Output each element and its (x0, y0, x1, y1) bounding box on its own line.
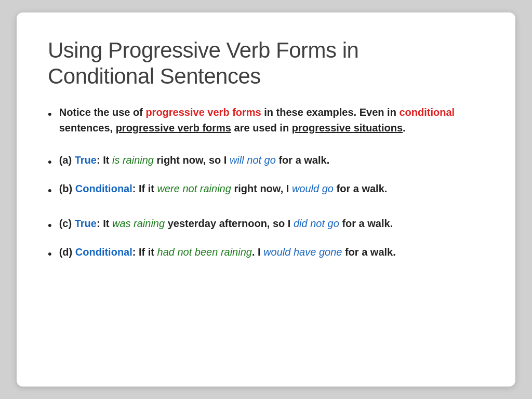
bullet2-text2: right now, so I (154, 154, 230, 166)
bullet3-label: (b) (59, 183, 75, 194)
bullet1-end: . (403, 122, 406, 134)
bullet5-label: (d) (59, 246, 75, 258)
title-line2: Conditional Sentences (48, 64, 261, 88)
content-area: • Notice the use of progressive verb for… (48, 104, 484, 268)
bullet-text-5: (d) Conditional: If it had not been rain… (59, 244, 396, 260)
bullet5-text1: : If it (132, 246, 157, 258)
bullet2-italic1: is raining (112, 154, 154, 166)
bullet-item-4: • (c) True: It was raining yesterday aft… (48, 216, 484, 234)
bullet2-text1: : It (97, 154, 112, 166)
bullet3-text2: right now, I (231, 183, 292, 194)
bullet4-italic1: was raining (112, 218, 165, 229)
bullet1-underline1: progressive verb forms (116, 122, 231, 134)
bullet3-italic1: were not raining (157, 183, 231, 194)
title-line1: Using Progressive Verb Forms in (48, 38, 358, 62)
bullet-text-1: Notice the use of progressive verb forms… (59, 104, 484, 136)
bullet-item-3: • (b) Conditional: If it were not rainin… (48, 181, 484, 199)
bullet1-prefix: Notice the use of (59, 107, 146, 118)
bullet-dot-3: • (48, 182, 52, 199)
bullet5-italic2: would have gone (263, 246, 342, 258)
bullet4-italic2: did not go (294, 218, 339, 229)
bullet1-middle3: are used in (231, 122, 292, 134)
bullet2-text3: for a walk. (276, 154, 329, 166)
bullet-item-2: • (a) True: It is raining right now, so … (48, 152, 484, 170)
bullet4-text1: : It (97, 218, 112, 229)
bullet1-highlight1: progressive verb forms (145, 107, 261, 118)
bullet-item-5: • (d) Conditional: If it had not been ra… (48, 244, 484, 262)
bullet2-label-colored: True (75, 154, 97, 166)
bullet3-text1: : If it (132, 183, 157, 194)
bullet3-italic2: would go (292, 183, 334, 194)
bullet5-label-colored: Conditional (75, 246, 132, 258)
bullet-item-1: • Notice the use of progressive verb for… (48, 104, 484, 136)
bullet-dot-5: • (48, 245, 52, 262)
slide: Using Progressive Verb Forms in Conditio… (17, 12, 515, 387)
bullet5-text2: . I (252, 246, 263, 258)
bullet-text-3: (b) Conditional: If it were not raining … (59, 181, 388, 196)
bullet4-text2: yesterday afternoon, so I (165, 218, 294, 229)
bullet3-label-colored: Conditional (75, 183, 132, 194)
bullet4-label: (c) (59, 218, 75, 229)
bullet1-highlight2: conditional (399, 107, 455, 118)
slide-title: Using Progressive Verb Forms in Conditio… (48, 37, 484, 90)
bullet-dot-2: • (48, 153, 52, 170)
bullet1-middle2: sentences, (59, 122, 116, 134)
bullet-dot-4: • (48, 217, 52, 234)
bullet2-label: (a) (59, 154, 75, 166)
bullet1-middle1: in these examples. Even in (261, 107, 400, 118)
bullet-text-2: (a) True: It is raining right now, so I … (59, 152, 330, 168)
bullet-text-4: (c) True: It was raining yesterday after… (59, 216, 393, 231)
bullet2-italic2: will not go (230, 154, 276, 166)
bullet5-italic1: had not been raining (157, 246, 252, 258)
bullet4-label-colored: True (75, 218, 97, 229)
bullet4-text3: for a walk. (339, 218, 393, 229)
bullet5-text3: for a walk. (342, 246, 395, 258)
bullet-dot-1: • (48, 105, 52, 123)
bullet3-text3: for a walk. (334, 183, 387, 194)
bullet1-underline2: progressive situations (292, 122, 403, 134)
